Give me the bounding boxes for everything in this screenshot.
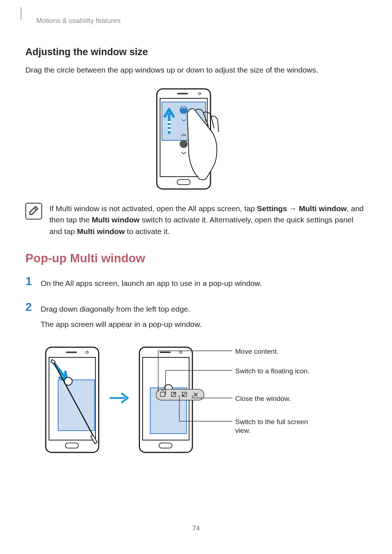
header-accent-bar — [21, 7, 21, 20]
note-arrow: → — [287, 204, 299, 213]
subsection-heading: Adjusting the window size — [25, 46, 367, 58]
subsection-body: Drag the circle between the app windows … — [25, 64, 367, 76]
step-1: 1 On the All apps screen, launch an app … — [25, 275, 367, 293]
step-1-number: 1 — [25, 275, 34, 287]
note-block: If Multi window is not activated, open t… — [25, 203, 367, 237]
callout-move: Move content. — [235, 347, 278, 356]
svg-line-14 — [34, 208, 36, 210]
callouts-group: Move content. Switch to a floating icon.… — [202, 345, 340, 455]
step-1-text: On the All apps screen, launch an app to… — [41, 278, 262, 290]
content-area: Adjusting the window size Drag the circl… — [25, 46, 367, 455]
note-multiwindow3: Multi window — [77, 227, 125, 235]
arrow-right-icon — [108, 391, 130, 409]
svg-rect-11 — [168, 125, 171, 127]
note-p1d: to activate it. — [125, 227, 170, 235]
step-2-text1: Drag down diagonally from the left top e… — [41, 303, 202, 315]
svg-rect-2 — [177, 93, 188, 94]
step-1-content: On the All apps screen, launch an app to… — [41, 275, 262, 293]
phone-drag-illustration — [152, 87, 240, 192]
note-text: If Multi window is not activated, open t… — [49, 203, 367, 237]
svg-rect-12 — [168, 129, 171, 131]
step-2-text2: The app screen will appear in a pop-up w… — [41, 319, 202, 331]
figure-popup-multiwindow: Move content. Switch to a floating icon.… — [44, 345, 367, 455]
figure-adjust-window — [25, 87, 367, 192]
breadcrumb: Motions & usability features — [36, 17, 367, 25]
step-2-content: Drag down diagonally from the left top e… — [41, 301, 202, 334]
step-2: 2 Drag down diagonally from the left top… — [25, 301, 367, 334]
callout-fullscreen: Switch to the full screen view. — [235, 418, 319, 435]
svg-rect-10 — [168, 121, 171, 123]
phone-before — [44, 345, 101, 455]
note-multiwindow1: Multi window — [299, 204, 347, 213]
callout-close: Close the window. — [235, 394, 291, 403]
svg-point-8 — [180, 140, 188, 148]
note-p1a: If Multi window is not activated, open t… — [49, 204, 257, 213]
note-settings-label: Settings — [257, 204, 287, 213]
callout-floating: Switch to a floating icon. — [235, 367, 310, 376]
section-heading: Pop-up Multi window — [25, 251, 367, 265]
svg-rect-17 — [66, 352, 77, 353]
note-multiwindow2: Multi window — [92, 216, 140, 224]
step-2-number: 2 — [25, 301, 34, 313]
page-container: Motions & usability features Adjusting t… — [0, 0, 392, 554]
page-number: 74 — [0, 524, 392, 532]
note-icon — [25, 203, 42, 219]
